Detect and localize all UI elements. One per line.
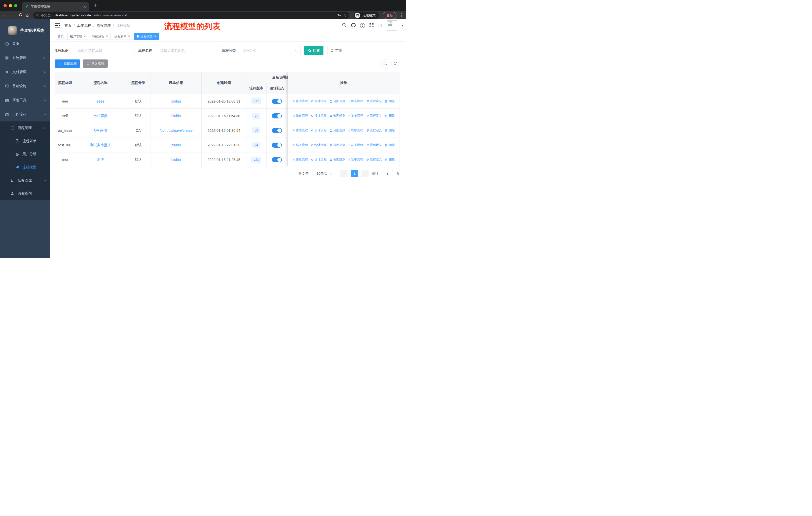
goto-page-input[interactable]	[382, 170, 393, 178]
close-icon[interactable]: ✕	[106, 35, 108, 38]
version-badge[interactable]: v5	[253, 128, 261, 133]
version-badge[interactable]: v2	[253, 113, 261, 119]
current-page-button[interactable]: 1	[351, 170, 358, 178]
publish-process-link[interactable]: ☝发布流程	[348, 99, 363, 103]
active-toggle[interactable]	[272, 157, 282, 162]
home-icon[interactable]: ⌂	[26, 13, 29, 18]
process-name-link[interactable]: 测试多审批人	[90, 143, 111, 147]
process-definition-link[interactable]: 流程定义	[366, 114, 382, 118]
search-icon[interactable]	[342, 23, 347, 28]
key-icon[interactable]	[337, 13, 341, 18]
address-bar[interactable]: ⚠ 不安全 dashboard.yudao.iocoder.cn/bpm/man…	[33, 12, 349, 19]
process-definition-link[interactable]: 流程定义	[366, 158, 382, 162]
sidebar-item-task-management[interactable]: 任务管理	[0, 174, 50, 187]
sidebar-collapse-icon[interactable]	[55, 23, 60, 28]
bookmark-star-icon[interactable]: ☆	[343, 13, 346, 18]
assign-rule-link[interactable]: 分配规则	[329, 114, 345, 118]
sidebar-item-workflow[interactable]: 工作流程	[0, 107, 50, 121]
update-button[interactable]: 更新	[383, 12, 397, 19]
window-zoom-button[interactable]	[14, 4, 18, 7]
assign-rule-link[interactable]: 分配规则	[329, 128, 345, 133]
edit-process-link[interactable]: ✎修改流程	[292, 114, 308, 118]
process-name-link[interactable]: 滔博	[97, 158, 104, 162]
chevron-down-icon[interactable]: ▼	[401, 24, 404, 27]
github-icon[interactable]	[351, 23, 356, 29]
window-close-button[interactable]	[3, 4, 7, 7]
breadcrumb-item[interactable]: 流程管理	[97, 19, 111, 32]
table-search-toggle-button[interactable]	[381, 59, 389, 67]
active-toggle[interactable]	[272, 99, 282, 104]
reset-button[interactable]: 重置	[327, 46, 345, 55]
design-process-link[interactable]: ⚙设计流程	[311, 114, 326, 118]
delete-link[interactable]: 删除	[385, 158, 395, 162]
form-link[interactable]: biubiu	[171, 158, 181, 162]
active-toggle[interactable]	[272, 143, 282, 147]
breadcrumb-item[interactable]: 首页	[64, 19, 71, 32]
sidebar-item-home[interactable]: 首页	[0, 37, 50, 51]
assign-rule-link[interactable]: 分配规则	[329, 143, 345, 147]
back-icon[interactable]: ←	[3, 13, 7, 18]
edit-process-link[interactable]: ✎修改流程	[292, 143, 308, 147]
sidebar-item-process-management[interactable]: 流程管理	[0, 121, 50, 135]
font-size-icon[interactable]: TT	[378, 23, 382, 28]
help-icon[interactable]: ?	[360, 23, 365, 28]
assign-rule-link[interactable]: 分配规则	[329, 99, 345, 103]
process-name-link[interactable]: 自己审批	[93, 114, 108, 118]
process-definition-link[interactable]: 流程定义	[366, 143, 382, 147]
forward-icon[interactable]: →	[11, 13, 15, 18]
active-toggle[interactable]	[272, 128, 282, 133]
filter-id-input[interactable]	[74, 46, 135, 55]
publish-process-link[interactable]: ☝发布流程	[348, 128, 363, 133]
reload-icon[interactable]	[19, 13, 22, 18]
tag-process-form[interactable]: 流程表单 ✕	[112, 33, 133, 40]
edit-process-link[interactable]: ✎修改流程	[292, 158, 308, 162]
assign-rule-link[interactable]: 分配规则	[329, 158, 345, 162]
page-size-select[interactable]: 10条/页	[312, 170, 337, 178]
import-process-button[interactable]: 导入流程	[83, 59, 108, 68]
design-process-link[interactable]: ⚙设计流程	[311, 158, 326, 162]
design-process-link[interactable]: ⚙设计流程	[311, 99, 326, 103]
publish-process-link[interactable]: ☝发布流程	[348, 143, 363, 147]
form-link[interactable]: biubiu	[171, 99, 181, 103]
filter-category-select[interactable]: 流程分类	[239, 46, 301, 55]
sidebar-item-infra[interactable]: 基础设施	[0, 79, 50, 93]
delete-link[interactable]: 删除	[385, 128, 395, 133]
process-definition-link[interactable]: 流程定义	[366, 99, 382, 103]
version-badge[interactable]: v17	[252, 98, 261, 104]
sidebar-item-payment[interactable]: ¥ 支付管理	[0, 65, 50, 79]
delete-link[interactable]: 删除	[385, 99, 395, 103]
sidebar-item-devtools[interactable]: 研发工具	[0, 93, 50, 107]
delete-link[interactable]: 删除	[385, 114, 395, 118]
version-badge[interactable]: v21	[252, 157, 261, 163]
tag-process-model[interactable]: 流程模型 ✕	[134, 33, 159, 40]
design-process-link[interactable]: ⚙设计流程	[311, 128, 326, 133]
next-page-button[interactable]: ›	[361, 170, 369, 178]
prev-page-button[interactable]: ‹	[340, 170, 348, 178]
close-icon[interactable]: ✕	[128, 35, 130, 38]
user-avatar[interactable]	[387, 20, 397, 31]
close-icon[interactable]: ✕	[154, 35, 156, 38]
window-minimize-button[interactable]	[9, 4, 12, 7]
sidebar-item-user-group[interactable]: 用户分组	[0, 147, 50, 161]
sidebar-item-system[interactable]: 系统管理	[0, 51, 50, 65]
search-button[interactable]: 搜索	[304, 46, 323, 55]
browser-tab[interactable]: 芋道管理系统 ✕	[22, 2, 89, 11]
tag-my-process[interactable]: 我的流程 ✕	[90, 33, 111, 40]
breadcrumb-item[interactable]: 工作流程	[77, 19, 91, 32]
publish-process-link[interactable]: ☝发布流程	[348, 158, 363, 162]
sidebar-item-process-model[interactable]: 流程模型	[0, 161, 50, 174]
process-definition-link[interactable]: 流程定义	[366, 128, 382, 133]
edit-process-link[interactable]: ✎修改流程	[292, 128, 308, 133]
form-link[interactable]: biubiu	[171, 114, 181, 118]
tab-close-icon[interactable]: ✕	[83, 5, 86, 9]
filter-name-input[interactable]	[157, 46, 218, 55]
create-process-button[interactable]: ＋ 新建流程	[55, 59, 80, 68]
form-link[interactable]: /bpm/oa/leave/create	[160, 129, 193, 133]
form-link[interactable]: biubiu	[171, 143, 181, 147]
active-toggle[interactable]	[272, 113, 282, 118]
design-process-link[interactable]: ⚙设计流程	[311, 143, 326, 147]
process-name-link[interactable]: eeee	[96, 99, 104, 103]
sidebar-item-leave-query[interactable]: 请假查询	[0, 187, 50, 200]
edit-process-link[interactable]: ✎修改流程	[292, 99, 308, 103]
version-badge[interactable]: v4	[253, 142, 261, 148]
